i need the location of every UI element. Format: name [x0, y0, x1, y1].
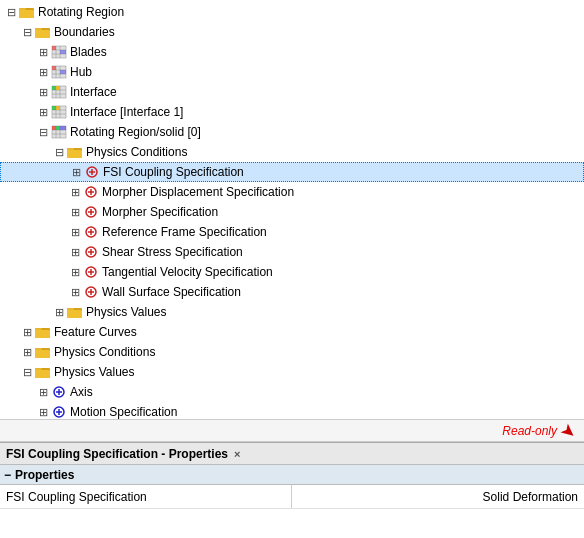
- svg-rect-40: [56, 126, 60, 130]
- expander-motion-spec[interactable]: ⊞: [36, 405, 50, 419]
- properties-title-bar: FSI Coupling Specification - Properties …: [0, 443, 584, 465]
- expander-physics-conditions-inner[interactable]: ⊟: [52, 145, 66, 159]
- tree-item-physics-conditions-inner[interactable]: ⊟Physics Conditions: [0, 142, 584, 162]
- expander-hub[interactable]: ⊞: [36, 65, 50, 79]
- tree-label-fsi-coupling: FSI Coupling Specification: [103, 165, 244, 179]
- tree-label-interface: Interface: [70, 85, 117, 99]
- tree-label-feature-curves: Feature Curves: [54, 325, 137, 339]
- properties-row: FSI Coupling Specification Solid Deforma…: [0, 485, 584, 509]
- svg-rect-71: [35, 330, 50, 338]
- expander-physics-values-outer[interactable]: ⊟: [20, 365, 34, 379]
- svg-rect-19: [60, 70, 66, 74]
- svg-rect-74: [35, 350, 50, 358]
- expander-reference-frame[interactable]: ⊞: [68, 225, 82, 239]
- tree-label-shear-stress: Shear Stress Specification: [102, 245, 243, 259]
- tree-label-wall-surface: Wall Surface Specification: [102, 285, 241, 299]
- expander-shear-stress[interactable]: ⊞: [68, 245, 82, 259]
- svg-rect-32: [52, 106, 56, 110]
- properties-title: FSI Coupling Specification - Properties: [6, 447, 228, 461]
- tree-label-hub: Hub: [70, 65, 92, 79]
- expander-morpher-spec[interactable]: ⊞: [68, 205, 82, 219]
- tree-item-feature-curves[interactable]: ⊞Feature Curves: [0, 322, 584, 342]
- tree-label-physics-conditions-outer: Physics Conditions: [54, 345, 155, 359]
- expander-interface[interactable]: ⊞: [36, 85, 50, 99]
- tree-label-physics-values-outer: Physics Values: [54, 365, 134, 379]
- svg-rect-33: [56, 106, 60, 110]
- tree-item-morpher-spec[interactable]: ⊞Morpher Specification: [0, 202, 584, 222]
- tree-item-physics-values-inner[interactable]: ⊞Physics Values: [0, 302, 584, 322]
- tree-label-rotating-solid: Rotating Region/solid [0]: [70, 125, 201, 139]
- tree-item-interface[interactable]: ⊞Interface: [0, 82, 584, 102]
- expander-boundaries[interactable]: ⊟: [20, 25, 34, 39]
- props-cell-name: FSI Coupling Specification: [0, 485, 292, 508]
- tree-item-tangential-velocity[interactable]: ⊞Tangential Velocity Specification: [0, 262, 584, 282]
- expander-wall-surface[interactable]: ⊞: [68, 285, 82, 299]
- tree-item-physics-conditions-outer[interactable]: ⊞Physics Conditions: [0, 342, 584, 362]
- properties-section-header[interactable]: − Properties: [0, 465, 584, 485]
- arrow-icon: ➤: [556, 417, 582, 443]
- tree-label-morpher-spec: Morpher Specification: [102, 205, 218, 219]
- readonly-label: Read-only: [502, 424, 557, 438]
- svg-rect-25: [52, 86, 56, 90]
- tree-label-physics-conditions-inner: Physics Conditions: [86, 145, 187, 159]
- svg-rect-11: [52, 46, 56, 50]
- tree-item-morpher-displacement[interactable]: ⊞Morpher Displacement Specification: [0, 182, 584, 202]
- tree-item-boundaries[interactable]: ⊟Boundaries: [0, 22, 584, 42]
- tree-item-wall-surface[interactable]: ⊞Wall Surface Specification: [0, 282, 584, 302]
- svg-rect-39: [52, 126, 56, 130]
- expander-blades[interactable]: ⊞: [36, 45, 50, 59]
- svg-rect-12: [60, 50, 66, 54]
- tree-item-shear-stress[interactable]: ⊞Shear Stress Specification: [0, 242, 584, 262]
- tree-label-boundaries: Boundaries: [54, 25, 115, 39]
- tree-panel: ⊟Rotating Region⊟Boundaries⊞Blades⊞Hub⊞I…: [0, 0, 584, 420]
- expander-interface1[interactable]: ⊞: [36, 105, 50, 119]
- svg-rect-68: [67, 310, 82, 318]
- expander-axis[interactable]: ⊞: [36, 385, 50, 399]
- svg-rect-26: [56, 86, 60, 90]
- tree-item-rotating-region[interactable]: ⊟Rotating Region: [0, 2, 584, 22]
- tree-item-rotating-solid[interactable]: ⊟Rotating Region/solid [0]: [0, 122, 584, 142]
- tree-label-reference-frame: Reference Frame Specification: [102, 225, 267, 239]
- expander-tangential-velocity[interactable]: ⊞: [68, 265, 82, 279]
- expander-morpher-displacement[interactable]: ⊞: [68, 185, 82, 199]
- tree-label-tangential-velocity: Tangential Velocity Specification: [102, 265, 273, 279]
- tree-label-rotating-region: Rotating Region: [38, 5, 124, 19]
- tree-item-interface1[interactable]: ⊞Interface [Interface 1]: [0, 102, 584, 122]
- properties-panel: FSI Coupling Specification - Properties …: [0, 442, 584, 509]
- expander-physics-values-inner[interactable]: ⊞: [52, 305, 66, 319]
- svg-rect-77: [35, 370, 50, 378]
- svg-rect-44: [67, 150, 82, 158]
- tree-label-interface1: Interface [Interface 1]: [70, 105, 183, 119]
- props-cell-value: Solid Deformation: [292, 485, 584, 508]
- tree-item-hub[interactable]: ⊞Hub: [0, 62, 584, 82]
- tree-container: ⊟Rotating Region⊟Boundaries⊞Blades⊞Hub⊞I…: [0, 0, 584, 420]
- tree-item-fsi-coupling[interactable]: ⊞FSI Coupling Specification: [0, 162, 584, 182]
- expander-physics-conditions-outer[interactable]: ⊞: [20, 345, 34, 359]
- expander-feature-curves[interactable]: ⊞: [20, 325, 34, 339]
- tree-item-blades[interactable]: ⊞Blades: [0, 42, 584, 62]
- section-label: Properties: [15, 468, 74, 482]
- expander-fsi-coupling[interactable]: ⊞: [69, 165, 83, 179]
- tree-item-motion-spec[interactable]: ⊞Motion Specification: [0, 402, 584, 420]
- tree-label-motion-spec: Motion Specification: [70, 405, 177, 419]
- tree-label-blades: Blades: [70, 45, 107, 59]
- svg-rect-18: [52, 66, 56, 70]
- tree-label-morpher-displacement: Morpher Displacement Specification: [102, 185, 294, 199]
- expander-rotating-solid[interactable]: ⊟: [36, 125, 50, 139]
- svg-rect-5: [35, 30, 50, 38]
- tree-label-physics-values-inner: Physics Values: [86, 305, 166, 319]
- section-expand-icon: −: [4, 468, 11, 482]
- expander-rotating-region[interactable]: ⊟: [4, 5, 18, 19]
- properties-close-button[interactable]: ×: [234, 448, 240, 460]
- tree-item-axis[interactable]: ⊞Axis: [0, 382, 584, 402]
- tree-item-reference-frame[interactable]: ⊞Reference Frame Specification: [0, 222, 584, 242]
- tree-label-axis: Axis: [70, 385, 93, 399]
- svg-rect-41: [60, 126, 66, 130]
- readonly-bar: Read-only ➤: [0, 420, 584, 442]
- svg-rect-2: [19, 10, 34, 18]
- tree-item-physics-values-outer[interactable]: ⊟Physics Values: [0, 362, 584, 382]
